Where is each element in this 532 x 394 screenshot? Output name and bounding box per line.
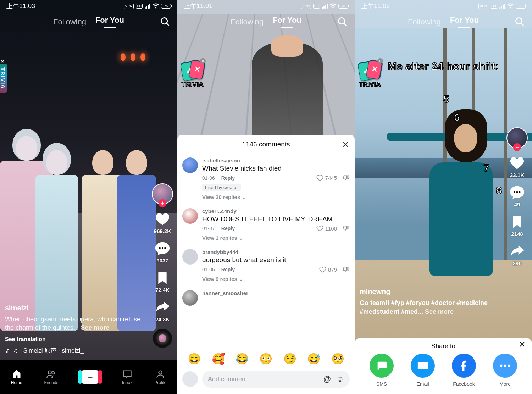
sound-marquee[interactable]: ♫ - Simeizi 原声 - simeizi_ xyxy=(5,347,142,355)
plus-icon: + xyxy=(87,372,93,383)
close-icon[interactable]: ✕ xyxy=(377,58,383,64)
caption-block: mlnewng Go team!! #fyp #foryou #doctor #… xyxy=(360,287,497,316)
tab-for-you[interactable]: For You xyxy=(450,16,479,28)
comment-text: gorgeous but what even is it xyxy=(202,256,350,265)
share-more[interactable]: More xyxy=(493,354,517,387)
svg-point-16 xyxy=(504,365,506,367)
dislike-comment-button[interactable] xyxy=(343,225,350,232)
creator-avatar[interactable]: + xyxy=(506,127,528,149)
like-comment-button[interactable]: 879 xyxy=(319,266,337,273)
like-button[interactable]: 33.1K xyxy=(509,155,525,178)
reaction-emoji[interactable]: 😳 xyxy=(259,353,272,365)
tab-for-you[interactable]: For You xyxy=(273,16,301,28)
music-note-icon xyxy=(5,348,11,354)
tab-following[interactable]: Following xyxy=(53,17,86,27)
create-button[interactable]: + xyxy=(80,370,100,384)
like-button[interactable]: 969.2K xyxy=(154,211,171,234)
see-translation-button[interactable]: See translation xyxy=(5,335,142,343)
view-replies-button[interactable]: View 9 replies ⌄ xyxy=(202,276,350,282)
search-icon[interactable] xyxy=(337,16,348,27)
like-comment-button[interactable]: 1100 xyxy=(316,225,337,232)
svg-line-1 xyxy=(166,23,169,26)
dislike-comment-button[interactable] xyxy=(343,266,350,273)
creator-username[interactable]: simeizi_ xyxy=(5,303,142,313)
see-more-button[interactable]: See more xyxy=(81,324,109,331)
heart-icon xyxy=(154,211,171,227)
trivia-badge[interactable]: ✕ TRIVIA xyxy=(181,60,204,88)
creator-username[interactable]: mlnewng xyxy=(360,287,497,296)
follow-plus-icon[interactable]: + xyxy=(513,143,521,151)
trivia-badge[interactable]: ✕ TRIVIA xyxy=(358,60,382,88)
more-icon xyxy=(493,354,517,378)
reply-button[interactable]: Reply xyxy=(221,267,235,272)
share-sms[interactable]: SMS xyxy=(370,354,394,387)
close-icon[interactable]: ✕ xyxy=(200,58,206,64)
commenter-name[interactable]: isabellesaysno xyxy=(202,157,350,163)
comment-button[interactable]: 49 xyxy=(509,184,525,207)
follow-plus-icon[interactable]: + xyxy=(159,199,166,207)
comment-count: 9037 xyxy=(156,257,168,263)
share-button[interactable]: 24.3K xyxy=(154,299,171,322)
commenter-name[interactable]: cyberr..c4ndy xyxy=(202,208,350,214)
view-replies-button[interactable]: View 1 replies ⌄ xyxy=(202,235,350,241)
tab-following[interactable]: Following xyxy=(408,17,441,27)
commenter-avatar[interactable] xyxy=(182,249,198,265)
close-comments-button[interactable]: ✕ xyxy=(342,140,349,150)
tab-profile[interactable]: Profile xyxy=(154,369,166,385)
screen-2-comments: 上午11:01 VPN HD 76 Following For You ✕ TR… xyxy=(177,0,355,394)
overlay-number: 5 xyxy=(443,93,449,105)
mention-icon[interactable]: @ xyxy=(323,374,331,384)
like-count: 969.2K xyxy=(154,228,171,234)
reaction-emoji[interactable]: 😏 xyxy=(283,353,297,365)
commenter-avatar[interactable] xyxy=(182,157,198,173)
creator-avatar[interactable]: + xyxy=(152,183,173,205)
commenter-avatar[interactable] xyxy=(182,208,198,224)
trivia-side-tag[interactable]: ✕TRIVIA xyxy=(0,64,7,93)
reaction-emoji[interactable]: 🥰 xyxy=(212,353,225,365)
comment-input[interactable]: Add comment... @ ☺ xyxy=(202,371,350,388)
vpn-indicator: VPN xyxy=(124,4,134,9)
see-more-button[interactable]: See more xyxy=(425,308,454,315)
svg-point-10 xyxy=(516,18,522,24)
search-icon[interactable] xyxy=(514,16,525,27)
share-count: 24.3K xyxy=(155,316,170,322)
save-button[interactable]: 72.4K xyxy=(154,270,171,293)
signal-icon xyxy=(499,4,505,9)
reaction-emoji[interactable]: 😂 xyxy=(235,353,249,365)
tab-inbox[interactable]: Inbox xyxy=(122,369,133,385)
comments-header: 1146 comments ✕ xyxy=(177,135,355,154)
share-button[interactable]: 290 xyxy=(509,243,525,266)
reply-button[interactable]: Reply xyxy=(221,226,235,231)
reaction-emoji[interactable]: 🥺 xyxy=(331,353,344,365)
emoji-picker-icon[interactable]: ☺ xyxy=(336,374,344,384)
chevron-down-icon: ⌄ xyxy=(242,194,246,200)
reply-button[interactable]: Reply xyxy=(221,175,235,181)
comments-list[interactable]: isabellesaysno What Stevie nicks fan die… xyxy=(177,154,355,349)
caption-text[interactable]: Go team!! #fyp #foryou #doctor #medicine… xyxy=(360,299,488,315)
dislike-comment-button[interactable] xyxy=(343,174,350,182)
reaction-emoji[interactable]: 😄 xyxy=(188,353,201,365)
commenter-avatar[interactable] xyxy=(182,290,198,306)
save-button[interactable]: 2148 xyxy=(509,214,525,237)
sms-icon xyxy=(370,354,394,378)
commenter-name[interactable]: nanner_smoosher xyxy=(202,290,350,296)
liked-by-creator-badge: Liked by creator xyxy=(202,184,241,191)
comment-button[interactable]: 9037 xyxy=(154,240,171,263)
share-facebook[interactable]: Facebook xyxy=(452,354,476,387)
comment-item: isabellesaysno What Stevie nicks fan die… xyxy=(182,154,350,205)
sound-disc[interactable] xyxy=(153,329,172,348)
tab-following[interactable]: Following xyxy=(231,17,264,27)
comment-icon xyxy=(509,184,525,201)
share-email[interactable]: Email xyxy=(411,354,435,387)
view-replies-button[interactable]: View 20 replies ⌄ xyxy=(202,194,350,200)
tab-friends[interactable]: Friends xyxy=(44,369,58,385)
tab-home[interactable]: Home xyxy=(11,369,22,385)
close-share-button[interactable]: ✕ xyxy=(519,343,525,347)
like-comment-button[interactable]: 7445 xyxy=(316,174,337,182)
commenter-name[interactable]: brandybby444 xyxy=(202,249,350,255)
search-icon[interactable] xyxy=(160,16,170,27)
reaction-emoji[interactable]: 😅 xyxy=(307,353,320,365)
my-avatar[interactable] xyxy=(182,371,198,387)
tab-for-you[interactable]: For You xyxy=(95,16,124,28)
feed-tabs: Following For You xyxy=(355,16,532,28)
